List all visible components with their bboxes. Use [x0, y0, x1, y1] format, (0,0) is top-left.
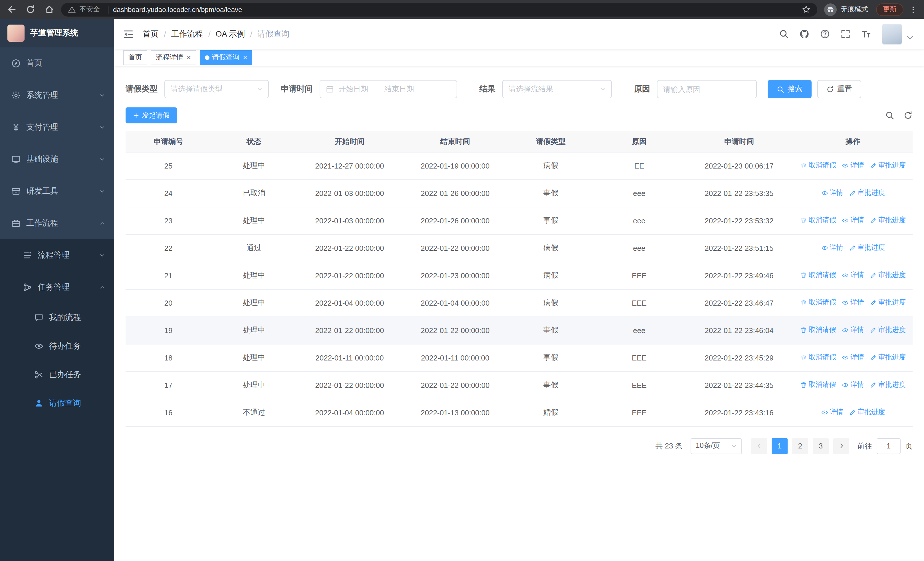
approval-progress-link[interactable]: 审批进度 [870, 325, 906, 335]
sidebar-menu: 首页系统管理支付管理基础设施研发工具工作流程流程管理任务管理我的流程待办任务已办… [0, 47, 114, 418]
op-label: 取消请假 [809, 325, 836, 335]
page-button-3[interactable]: 3 [813, 438, 829, 454]
bookmark-star-icon[interactable] [802, 5, 810, 14]
sidebar-item-dev-tools[interactable]: 研发工具 [0, 175, 114, 208]
approval-progress-link[interactable]: 审批进度 [870, 161, 906, 170]
cancel-leave-link[interactable]: 取消请假 [800, 271, 836, 280]
detail-link[interactable]: 详情 [842, 161, 864, 170]
close-icon[interactable]: × [187, 54, 191, 61]
detail-link[interactable]: 详情 [842, 271, 864, 280]
sidebar-item-done-tasks[interactable]: 已办任务 [0, 361, 114, 389]
next-page-button[interactable] [833, 438, 849, 454]
table-row: 25处理中2021-12-27 00:00:002022-01-19 00:00… [126, 152, 913, 179]
refresh-table-icon[interactable] [903, 111, 913, 120]
sidebar-item-infrastructure[interactable]: 基础设施 [0, 143, 114, 175]
font-size-icon[interactable] [861, 29, 871, 39]
detail-link[interactable]: 详情 [821, 408, 843, 417]
goto-page-input[interactable] [877, 438, 901, 454]
page-size-select[interactable]: 10条/页 [691, 438, 742, 454]
cancel-leave-link[interactable]: 取消请假 [800, 298, 836, 308]
browser-menu-icon[interactable] [909, 5, 917, 14]
sidebar-item-label: 系统管理 [26, 90, 58, 101]
detail-link[interactable]: 详情 [842, 380, 864, 390]
search-button[interactable]: 搜索 [768, 80, 812, 98]
create-leave-button[interactable]: 发起请假 [126, 107, 177, 123]
detail-link[interactable]: 详情 [821, 188, 843, 198]
edit-icon [870, 382, 877, 388]
address-bar[interactable]: 不安全 dashboard.yudao.iocoder.cn/bpm/oa/le… [61, 3, 817, 16]
hamburger-icon[interactable] [123, 29, 134, 39]
sidebar-item-my-process[interactable]: 我的流程 [0, 303, 114, 332]
cancel-leave-link[interactable]: 取消请假 [800, 325, 836, 335]
approval-progress-link[interactable]: 审批进度 [849, 408, 885, 417]
toggle-search-icon[interactable] [885, 111, 894, 120]
app-logo[interactable]: 芋道管理系统 [0, 19, 114, 47]
sidebar-item-leave-query[interactable]: 请假查询 [0, 389, 114, 418]
sidebar-item-process-management[interactable]: 流程管理 [0, 239, 114, 271]
help-icon[interactable] [820, 29, 830, 39]
approval-progress-link[interactable]: 审批进度 [870, 298, 906, 308]
chevron-down-icon [99, 253, 105, 258]
chevron-down-icon [731, 443, 737, 449]
approval-progress-link[interactable]: 审批进度 [849, 243, 885, 253]
breadcrumb-item[interactable]: 首页 [142, 29, 159, 39]
edit-icon [849, 409, 856, 416]
cancel-leave-link[interactable]: 取消请假 [800, 216, 836, 226]
github-icon[interactable] [800, 29, 809, 39]
cell-apply-id: 19 [126, 316, 211, 344]
browser-home-icon[interactable] [45, 5, 54, 14]
monitor-icon [11, 155, 21, 164]
fullscreen-icon[interactable] [841, 29, 850, 39]
cancel-leave-link[interactable]: 取消请假 [800, 353, 836, 362]
leave-type-select[interactable]: 请选择请假类型 [164, 80, 269, 98]
reason-input-wrap [657, 80, 757, 98]
cell-end-time: 2022-01-26 00:00:00 [402, 179, 508, 207]
sidebar-item-label: 研发工具 [26, 186, 58, 197]
sidebar-item-task-management[interactable]: 任务管理 [0, 271, 114, 303]
browser-back-icon[interactable] [7, 5, 16, 14]
close-icon[interactable]: × [243, 54, 247, 61]
page-button-2[interactable]: 2 [792, 438, 808, 454]
breadcrumb-item[interactable]: OA 示例 [216, 29, 245, 39]
sidebar-item-system-management[interactable]: 系统管理 [0, 80, 114, 111]
tab-home[interactable]: 首页 [123, 50, 147, 65]
op-label: 审批进度 [858, 408, 885, 417]
approval-progress-link[interactable]: 审批进度 [870, 216, 906, 226]
reason-input[interactable] [663, 85, 750, 93]
search-icon[interactable] [779, 29, 789, 39]
approval-progress-link[interactable]: 审批进度 [870, 380, 906, 390]
detail-link[interactable]: 详情 [821, 243, 843, 253]
op-label: 审批进度 [878, 161, 906, 170]
approval-progress-link[interactable]: 审批进度 [870, 353, 906, 362]
approval-progress-link[interactable]: 审批进度 [849, 188, 885, 198]
op-label: 取消请假 [809, 298, 836, 308]
cancel-leave-link[interactable]: 取消请假 [800, 161, 836, 170]
approval-progress-link[interactable]: 审批进度 [870, 271, 906, 280]
page-size-value: 10条/页 [696, 441, 720, 451]
view-icon [821, 409, 828, 416]
reset-button[interactable]: 重置 [817, 80, 861, 98]
browser-refresh-icon[interactable] [26, 5, 35, 14]
sidebar-item-workflow[interactable]: 工作流程 [0, 208, 114, 239]
sidebar-item-payment-management[interactable]: 支付管理 [0, 111, 114, 143]
page-button-1[interactable]: 1 [772, 438, 788, 454]
leave-type-label: 请假类型 [126, 84, 158, 94]
detail-link[interactable]: 详情 [842, 298, 864, 308]
apply-time-range-picker[interactable]: 开始日期 - 结束日期 [320, 80, 457, 98]
breadcrumb-item[interactable]: 工作流程 [171, 29, 203, 39]
user-icon [34, 399, 44, 408]
chevron-right-icon [838, 443, 844, 449]
detail-link[interactable]: 详情 [842, 216, 864, 226]
user-avatar-menu[interactable] [882, 24, 915, 44]
page-buttons: 123 [770, 438, 831, 454]
tab-process-detail[interactable]: 流程详情× [151, 50, 196, 65]
tab-leave-query[interactable]: 请假查询× [200, 50, 252, 65]
sidebar-item-todo-tasks[interactable]: 待办任务 [0, 332, 114, 361]
chrome-update-button[interactable]: 更新 [876, 3, 903, 16]
cancel-leave-link[interactable]: 取消请假 [800, 380, 836, 390]
detail-link[interactable]: 详情 [842, 353, 864, 362]
result-select[interactable]: 请选择流结果 [502, 80, 612, 98]
cell-start-time: 2022-01-22 00:00:00 [297, 234, 402, 262]
sidebar-item-home[interactable]: 首页 [0, 47, 114, 80]
detail-link[interactable]: 详情 [842, 325, 864, 335]
